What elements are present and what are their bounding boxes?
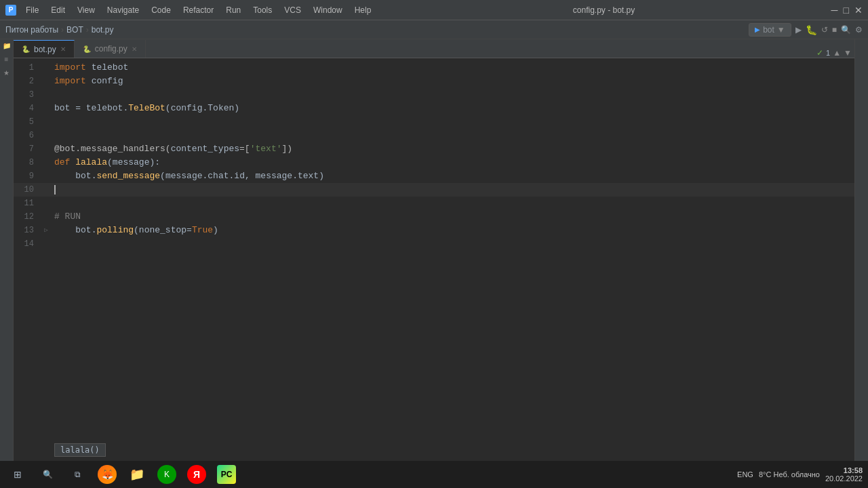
tab-label-bot: bot.py [34, 45, 56, 54]
tab-bot-py[interactable]: 🐍 bot.py ✕ [14, 40, 75, 58]
app-icon: P [5, 5, 16, 16]
tooltip-text: lalala() [60, 445, 100, 455]
menu-refactor[interactable]: Refactor [178, 4, 219, 16]
menu-file[interactable]: File [20, 4, 44, 16]
task-view-button[interactable]: ⧉ [65, 462, 90, 487]
error-count-badge: 1 [826, 49, 830, 57]
code-line-11: 11 [14, 197, 854, 210]
code-tooltip: lalala() [54, 443, 106, 457]
taskbar-temperature: 8°C Неб. облачно [759, 470, 820, 479]
code-line-4: 4 bot = telebot.TeleBot(config.Token) [14, 102, 854, 115]
sidebar-icon-structure[interactable]: ≡ [1, 56, 12, 66]
taskbar-language[interactable]: ENG [737, 470, 753, 479]
tab-icon-bot: 🐍 [22, 45, 30, 53]
tab-close-bot[interactable]: ✕ [60, 45, 66, 53]
tab-config-py[interactable]: 🐍 config.py ✕ [75, 40, 146, 58]
menu-edit[interactable]: Edit [45, 4, 71, 16]
code-line-7: 7 @bot.message_handlers(content_types=['… [14, 142, 854, 156]
menu-window[interactable]: Window [308, 4, 348, 16]
breadcrumb-folder[interactable]: BOT [66, 25, 83, 35]
windows-icon: ⊞ [14, 469, 22, 480]
error-indicator: ✓ [816, 48, 823, 58]
menu-help[interactable]: Help [349, 4, 377, 16]
yandex-icon: Я [187, 465, 206, 484]
search-taskbar-button[interactable]: 🔍 [35, 462, 60, 487]
menu-tools[interactable]: Tools [248, 4, 277, 16]
task-view-icon: ⧉ [75, 470, 81, 479]
tab-icon-config: 🐍 [83, 45, 91, 53]
line-num-13: 13 [14, 224, 41, 237]
run-debug-button[interactable]: 🐛 [806, 24, 817, 35]
line-code-13: bot.polling(none_stop=True) [52, 224, 854, 237]
error-nav-down[interactable]: ▼ [844, 48, 852, 58]
line-num-4: 4 [14, 102, 41, 115]
breadcrumb-file[interactable]: bot.py [92, 25, 114, 35]
left-sidebar: 📁 ≡ ★ [0, 39, 14, 473]
line-code-10 [52, 183, 854, 197]
run-stop-button[interactable]: ■ [832, 25, 837, 35]
taskbar-date: 20.02.2022 [825, 474, 863, 483]
run-play-button[interactable]: ▶ [795, 25, 802, 35]
editor-area: 🐍 bot.py ✕ 🐍 config.py ✕ ✓ 1 ▲ ▼ 1 [14, 39, 854, 473]
menu-navigate[interactable]: Navigate [102, 4, 144, 16]
menu-bar[interactable]: File Edit View Navigate Code Refactor Ru… [20, 4, 376, 16]
code-line-14: 14 [14, 237, 854, 251]
code-editor[interactable]: 1 import telebot 2 import config 3 [14, 58, 854, 473]
run-config-name: bot [763, 25, 774, 35]
settings-button[interactable]: ⚙ [855, 25, 863, 35]
menu-code[interactable]: Code [146, 4, 176, 16]
line-num-2: 2 [14, 75, 41, 88]
explorer-taskbar[interactable]: 📁 [125, 462, 149, 487]
tab-label-config: config.py [95, 44, 127, 54]
sidebar-icon-favorites[interactable]: ★ [1, 69, 12, 80]
pycharm-icon: PC [217, 465, 236, 484]
firefox-icon: 🦊 [98, 465, 117, 484]
line-code-4: bot = telebot.TeleBot(config.Token) [52, 102, 854, 115]
minimize-button[interactable]: ─ [831, 5, 838, 16]
run-config-dropdown[interactable]: ▼ [777, 25, 785, 35]
search-everywhere-button[interactable]: 🔍 [841, 25, 851, 35]
main-layout: 📁 ≡ ★ 🐍 bot.py ✕ 🐍 config.py ✕ ✓ 1 ▲ ▼ [0, 39, 868, 473]
menu-vcs[interactable]: VCS [279, 4, 307, 16]
pycharm-taskbar[interactable]: PC [214, 462, 239, 487]
line-code-1: import telebot [52, 61, 854, 75]
code-line-13: 13 ▷ bot.polling(none_stop=True) [14, 224, 854, 237]
firefox-taskbar[interactable]: 🦊 [95, 462, 119, 487]
taskbar-search-icon: 🔍 [43, 470, 53, 479]
run-rerun-button[interactable]: ↺ [821, 25, 828, 35]
kaspersky-taskbar[interactable]: K [155, 462, 179, 487]
line-num-3: 3 [14, 88, 41, 102]
code-content: 1 import telebot 2 import config 3 [14, 58, 854, 253]
line-num-9: 9 [14, 169, 41, 183]
breadcrumb-project[interactable]: Питон работы [5, 25, 58, 35]
run-config-selector[interactable]: ▶ bot ▼ [749, 23, 791, 37]
right-panel [854, 39, 868, 473]
title-left: P File Edit View Navigate Code Refactor … [5, 4, 376, 16]
kaspersky-icon: K [157, 465, 176, 484]
maximize-button[interactable]: □ [844, 5, 849, 16]
run-config-icon: ▶ [755, 26, 760, 33]
line-code-7: @bot.message_handlers(content_types=['te… [52, 142, 854, 156]
menu-run[interactable]: Run [220, 4, 246, 16]
code-line-5: 5 [14, 115, 854, 129]
line-num-8: 8 [14, 156, 41, 169]
sidebar-icon-project[interactable]: 📁 [1, 42, 12, 53]
editor-tab-bar: 🐍 bot.py ✕ 🐍 config.py ✕ ✓ 1 ▲ ▼ [14, 39, 854, 58]
explorer-icon: 📁 [130, 467, 144, 482]
line-code-2: import config [52, 75, 854, 88]
code-line-2: 2 import config [14, 75, 854, 88]
title-bar: P File Edit View Navigate Code Refactor … [0, 0, 868, 20]
line-code-8: def lalala(message): [52, 156, 854, 169]
close-button[interactable]: ✕ [854, 5, 863, 16]
line-num-5: 5 [14, 115, 41, 129]
error-nav-up[interactable]: ▲ [833, 48, 841, 58]
menu-view[interactable]: View [72, 4, 100, 16]
line-num-1: 1 [14, 61, 41, 75]
code-line-8: 8 def lalala(message): [14, 156, 854, 169]
run-buttons: ▶ bot ▼ ▶ 🐛 ↺ ■ 🔍 ⚙ [749, 23, 863, 37]
code-line-10: 10 [14, 183, 854, 197]
tab-close-config[interactable]: ✕ [132, 45, 137, 53]
start-button[interactable]: ⊞ [5, 462, 30, 487]
yandex-taskbar[interactable]: Я [184, 462, 209, 487]
line-num-12: 12 [14, 210, 41, 224]
